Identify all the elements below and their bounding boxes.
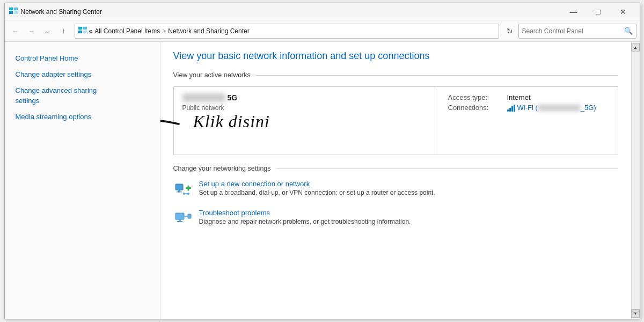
troubleshoot-text: Troubleshoot problems Diagnose and repai… bbox=[199, 209, 411, 225]
svg-rect-9 bbox=[178, 190, 180, 192]
new-connection-link[interactable]: Set up a new connection or network bbox=[199, 180, 435, 188]
address-separator: > bbox=[162, 27, 166, 35]
search-button[interactable]: 🔍 bbox=[621, 24, 636, 39]
title-bar-buttons: — □ ✕ bbox=[561, 3, 635, 20]
sidebar-item-change-advanced[interactable]: Change advanced sharingsettings bbox=[5, 83, 160, 108]
wifi-name-blurred: ████████ bbox=[538, 105, 581, 111]
signal-bar-3 bbox=[511, 106, 513, 112]
change-settings-header: Change your networking settings bbox=[173, 165, 618, 172]
minimize-button[interactable]: — bbox=[561, 3, 586, 20]
address-icon bbox=[78, 27, 87, 35]
network-section: ████████ 5G Public network Klik disini A… bbox=[173, 86, 618, 155]
network-left: ████████ 5G Public network Klik disini bbox=[174, 87, 435, 155]
sidebar-item-change-adapter-label: Change adapter settings bbox=[16, 70, 92, 78]
scroll-down-button[interactable]: ▼ bbox=[631, 309, 640, 318]
up-button[interactable]: ↑ bbox=[56, 24, 71, 39]
forward-button[interactable]: → bbox=[24, 24, 39, 39]
change-settings-label: Change your networking settings bbox=[173, 165, 271, 172]
new-connection-icon bbox=[173, 180, 193, 199]
scroll-up-button[interactable]: ▲ bbox=[631, 43, 640, 52]
troubleshoot-link[interactable]: Troubleshoot problems bbox=[199, 209, 411, 217]
svg-rect-17 bbox=[179, 219, 181, 221]
svg-rect-2 bbox=[9, 11, 13, 14]
window-title: Network and Sharing Center bbox=[21, 8, 561, 16]
svg-rect-4 bbox=[78, 27, 82, 30]
refresh-button[interactable]: ↻ bbox=[502, 24, 517, 39]
settings-item-troubleshoot: Troubleshoot problems Diagnose and repai… bbox=[173, 209, 618, 228]
search-box: 🔍 bbox=[518, 24, 636, 39]
svg-rect-6 bbox=[78, 31, 82, 33]
troubleshoot-desc: Diagnose and repair network problems, or… bbox=[199, 218, 411, 225]
active-networks-header: View your active networks bbox=[173, 71, 618, 79]
address-part1: All Control Panel Items bbox=[94, 27, 160, 35]
troubleshoot-icon bbox=[173, 209, 193, 228]
access-type-value: Internet bbox=[507, 93, 531, 101]
scrollbar: ▲ ▼ bbox=[631, 42, 640, 319]
sidebar-item-change-adapter[interactable]: Change adapter settings bbox=[5, 67, 160, 83]
address-prefix: « bbox=[89, 27, 93, 35]
svg-rect-1 bbox=[14, 8, 18, 10]
new-connection-text: Set up a new connection or network Set u… bbox=[199, 180, 435, 196]
settings-item-new-connection: Set up a new connection or network Set u… bbox=[173, 180, 618, 199]
main-area: Control Panel Home Change adapter settin… bbox=[5, 42, 640, 319]
connections-label: Connections: bbox=[448, 104, 507, 112]
main-window: Network and Sharing Center — □ ✕ ← → ⌄ ↑… bbox=[4, 3, 640, 319]
settings-section: Set up a new connection or network Set u… bbox=[173, 180, 618, 228]
connections-row: Connections: Wi-Fi (████████_5G) bbox=[448, 104, 605, 112]
network-name-blurred: ████████ bbox=[182, 93, 225, 102]
sidebar: Control Panel Home Change adapter settin… bbox=[5, 42, 160, 319]
signal-bar-4 bbox=[514, 105, 515, 112]
page-title: View your basic network information and … bbox=[173, 50, 618, 62]
handwritten-annotation: Klik disini bbox=[193, 112, 270, 131]
sidebar-item-control-panel-home[interactable]: Control Panel Home bbox=[5, 50, 160, 67]
address-bar: ← → ⌄ ↑ « All Control Panel Items > Netw… bbox=[5, 20, 640, 42]
section-divider-2 bbox=[276, 169, 618, 169]
section-divider bbox=[256, 75, 618, 76]
signal-bar-2 bbox=[509, 108, 511, 112]
network-card: ████████ 5G Public network Klik disini A… bbox=[173, 86, 618, 155]
svg-rect-12 bbox=[187, 186, 189, 191]
new-connection-desc: Set up a broadband, dial-up, or VPN conn… bbox=[199, 189, 435, 196]
network-name-suffix: 5G bbox=[227, 93, 237, 102]
recent-locations-button[interactable]: ⌄ bbox=[40, 24, 55, 39]
close-button[interactable]: ✕ bbox=[611, 3, 635, 20]
access-type-row: Access type: Internet bbox=[448, 93, 605, 101]
svg-rect-20 bbox=[188, 214, 191, 218]
wifi-connection-link[interactable]: Wi-Fi (████████_5G) bbox=[517, 104, 596, 112]
network-type: Public network bbox=[182, 104, 426, 112]
active-networks-label: View your active networks bbox=[173, 71, 251, 79]
svg-rect-10 bbox=[177, 192, 182, 193]
svg-rect-16 bbox=[175, 213, 184, 219]
content-area: View your basic network information and … bbox=[160, 42, 631, 319]
signal-bars-icon bbox=[507, 104, 515, 112]
sidebar-item-media-streaming[interactable]: Media streaming options bbox=[5, 109, 160, 125]
title-bar: Network and Sharing Center — □ ✕ bbox=[5, 3, 640, 20]
network-right: Access type: Internet Connections: bbox=[435, 87, 618, 155]
svg-rect-8 bbox=[175, 184, 183, 190]
maximize-button[interactable]: □ bbox=[586, 3, 611, 20]
sidebar-item-change-advanced-label: Change advanced sharingsettings bbox=[16, 86, 97, 104]
back-button[interactable]: ← bbox=[8, 24, 23, 39]
search-input[interactable] bbox=[519, 27, 621, 35]
signal-bar-1 bbox=[507, 109, 509, 112]
svg-rect-0 bbox=[9, 8, 13, 10]
svg-rect-5 bbox=[83, 27, 87, 30]
network-name: ████████ 5G bbox=[182, 93, 426, 102]
access-type-label: Access type: bbox=[448, 93, 507, 101]
window-icon bbox=[9, 8, 18, 16]
svg-rect-7 bbox=[83, 31, 87, 33]
address-part2: Network and Sharing Center bbox=[168, 27, 249, 35]
connections-value: Wi-Fi (████████_5G) bbox=[507, 104, 596, 112]
address-path[interactable]: « All Control Panel Items > Network and … bbox=[75, 24, 499, 39]
svg-rect-18 bbox=[177, 221, 182, 222]
annotation-area: Klik disini bbox=[182, 112, 426, 144]
svg-rect-3 bbox=[14, 11, 18, 14]
